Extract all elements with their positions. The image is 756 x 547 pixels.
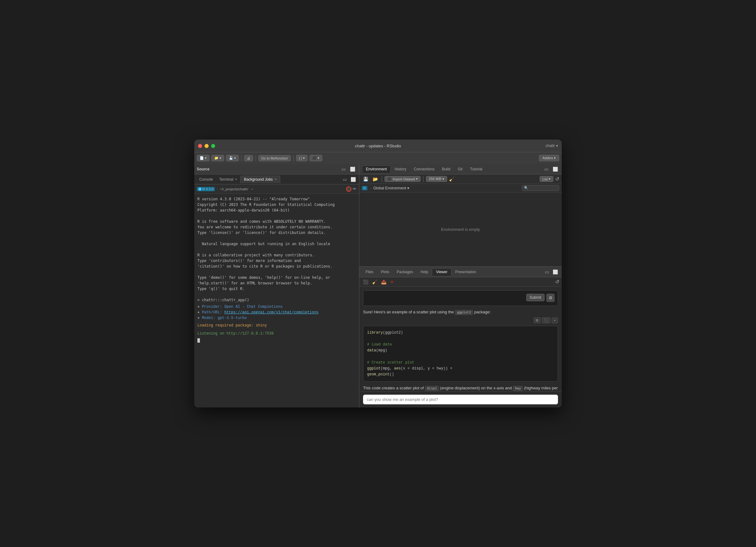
submit-button-top[interactable]: Submit — [526, 294, 545, 301]
insert-code-button[interactable]: ⬛ — [542, 318, 550, 323]
edit-icon[interactable]: ✏ — [353, 186, 357, 192]
rstudio-window: chattr - updates - RStudio chattr ▾ 📄▾ 📁… — [194, 139, 562, 408]
chat-response: Sure! Here's an example of a scatter plo… — [363, 309, 558, 391]
tab-connections[interactable]: Connections — [410, 166, 438, 172]
chat-input-field[interactable] — [367, 397, 554, 402]
save-button[interactable]: 💾▾ — [226, 155, 239, 161]
package-name-code: ggplot2 — [455, 310, 473, 315]
tab-presentation[interactable]: Presentation — [451, 268, 480, 276]
plots-tab-label: Plots — [381, 270, 389, 274]
chat-intro-text2: package: — [474, 310, 491, 314]
navigate-icon[interactable]: → — [250, 187, 254, 191]
tab-terminal[interactable]: Terminal ✕ — [216, 176, 240, 183]
path-url-line: ● Path/URL: https://api.openai.com/v1/ch… — [197, 310, 356, 315]
viewer-panel: Files Plots Packages Help Viewer — [359, 266, 562, 408]
env-search-input[interactable] — [530, 186, 557, 190]
minimize-env-button[interactable]: ▭ — [543, 166, 550, 172]
search-icon: 🔍 — [524, 186, 528, 190]
terminal-tab-close[interactable]: ✕ — [235, 177, 237, 181]
expand-console-button[interactable]: ⬜ — [349, 176, 357, 182]
import-dataset-button[interactable]: ⬛ Import Dataset ▾ — [385, 176, 421, 182]
tab-build[interactable]: Build — [438, 166, 454, 172]
copy-code-button[interactable]: ⧉ — [534, 318, 541, 323]
tab-history[interactable]: History — [391, 166, 410, 172]
collapse-console-button[interactable]: ▭ — [342, 176, 348, 182]
chat-input-area — [359, 391, 562, 408]
open-file-icon: 📁 — [214, 156, 219, 160]
code-button[interactable]: { }▾ — [296, 155, 308, 161]
model-line: ● Model: gpt-3.5-turbo — [197, 315, 356, 321]
tab-packages[interactable]: Packages — [393, 268, 417, 276]
console-output: R version 4.3.0 (2023-04-21) -- "Already… — [194, 194, 359, 408]
history-tab-label: History — [395, 167, 406, 171]
addins-button[interactable]: Addins ▾ — [539, 155, 559, 161]
git-tab-label: Git — [458, 167, 462, 171]
console-cursor-line — [197, 338, 356, 343]
list-button[interactable]: List ▾ — [540, 176, 553, 182]
console-path: ~/r_projects/chattr/ — [220, 187, 248, 191]
files-tab-label: Files — [366, 270, 373, 274]
maximize-button[interactable] — [211, 144, 215, 148]
tab-files[interactable]: Files — [362, 268, 377, 276]
clear-env-button[interactable]: 🧹 — [449, 177, 454, 181]
tab-background-jobs[interactable]: Background Jobs ✕ — [240, 176, 280, 183]
viewer-tab-label: Viewer — [436, 270, 447, 274]
code-block: library(ggplot2) # Load data data(mpg) #… — [363, 326, 558, 382]
environment-panel: Environment History Connections Build Gi… — [359, 164, 562, 266]
tab-viewer[interactable]: Viewer — [432, 268, 451, 276]
open-file-button[interactable]: 📁▾ — [211, 155, 224, 161]
export-env-button[interactable]: 💾 — [362, 176, 370, 182]
env-sep-dot: · — [370, 186, 371, 190]
add-code-button[interactable]: + — [552, 318, 558, 323]
source-header-buttons: ▭ ⬜ — [340, 166, 357, 172]
tab-git[interactable]: Git — [454, 166, 466, 172]
viewer-refresh-button[interactable]: ↺ — [555, 279, 559, 285]
code-line-3: ggplot(mpg, aes(x = displ, y = hwy)) + — [367, 366, 452, 371]
tab-plots[interactable]: Plots — [377, 268, 393, 276]
chattr-menu[interactable]: chattr ▾ — [546, 144, 558, 148]
code-comment-2: # Create scatter plot — [367, 361, 414, 365]
chat-input-top: Submit ⚙ — [363, 290, 558, 306]
viewer-export-button[interactable]: 📤 — [380, 279, 388, 285]
minimize-panel-button[interactable]: ▭ — [340, 166, 347, 172]
load-env-button[interactable]: 📂 — [371, 176, 379, 182]
maximize-viewer-button[interactable]: ⬜ — [551, 269, 559, 275]
tab-tutorial[interactable]: Tutorial — [466, 166, 486, 172]
maximize-env-button[interactable]: ⬜ — [551, 166, 559, 172]
table-icon: ⬛ — [387, 177, 392, 181]
code-block-container: ⧉ ⬛ + library(ggplot2) # Load data data(… — [363, 318, 558, 382]
go-to-file-button[interactable]: Go to file/function — [258, 155, 291, 161]
maximize-panel-button[interactable]: ⬜ — [349, 166, 357, 172]
global-env-bar: R · Global Environment ▾ 🔍 — [359, 184, 562, 192]
env-search: 🔍 — [522, 185, 559, 191]
new-file-button[interactable]: 📄▾ — [197, 155, 210, 161]
hwy-code: hwy — [513, 386, 523, 391]
viewer-stop-button[interactable]: ✕ — [389, 279, 395, 285]
tab-help[interactable]: Help — [417, 268, 432, 276]
global-env-label[interactable]: Global Environment ▾ — [373, 186, 409, 190]
global-env-text: Global Environment — [373, 186, 406, 190]
tab-environment[interactable]: Environment — [362, 165, 391, 173]
displ-code: displ — [425, 386, 439, 391]
stop-button[interactable]: ⬛ — [346, 186, 352, 192]
print-button[interactable]: 🖨 — [244, 155, 253, 161]
connections-tab-label: Connections — [414, 167, 435, 171]
tab-console[interactable]: Console — [196, 176, 216, 183]
chat-intro: Sure! Here's an example of a scatter plo… — [363, 309, 558, 316]
build-tab-label: Build — [442, 167, 450, 171]
settings-button[interactable]: ⚙ — [546, 294, 555, 302]
memory-button[interactable]: 256 MiB ▾ — [426, 176, 447, 182]
minimize-viewer-button[interactable]: ▭ — [544, 269, 550, 275]
r-version-badge: R 4.3.0 — [197, 187, 215, 191]
provider-info: ● Provider: Open AI - Chat Completions ●… — [197, 304, 356, 321]
refresh-env-button[interactable]: ↺ — [555, 176, 559, 182]
close-button[interactable] — [198, 144, 202, 148]
nav-button[interactable]: ⬛▾ — [309, 155, 322, 161]
viewer-back-button[interactable]: ⬛ — [362, 279, 370, 285]
viewer-tabs-right: ▭ ⬜ — [544, 269, 559, 275]
minimize-button[interactable] — [205, 144, 209, 148]
background-jobs-tab-close[interactable]: ✕ — [274, 177, 277, 181]
list-chevron: ▾ — [549, 177, 550, 181]
viewer-clear-button[interactable]: 🧹 — [371, 279, 379, 285]
code-line-1: library(ggplot2) — [367, 331, 403, 335]
